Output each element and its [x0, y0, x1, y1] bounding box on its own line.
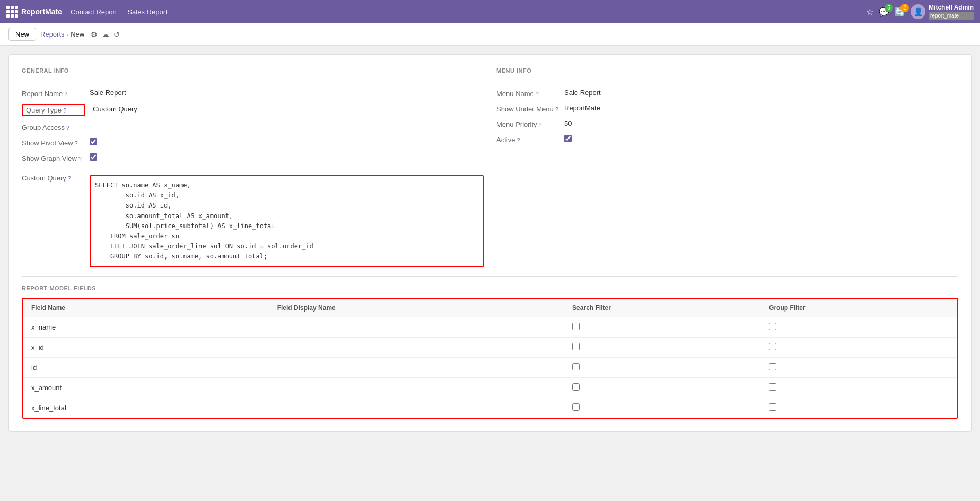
- col-header-display-name: Field Display Name: [269, 299, 564, 317]
- row-0-search-filter-checkbox[interactable]: [572, 323, 580, 330]
- active-label: Active ?: [496, 135, 560, 144]
- menu-priority-help[interactable]: ?: [539, 122, 542, 128]
- custom-query-help[interactable]: ?: [68, 175, 71, 182]
- show-graph-label: Show Graph View ?: [22, 153, 85, 162]
- show-graph-help[interactable]: ?: [78, 156, 82, 162]
- report-name-help[interactable]: ?: [64, 91, 67, 97]
- user-login: report_mate: [929, 12, 974, 20]
- updates-icon-btn[interactable]: 🔄 2: [895, 7, 905, 17]
- show-under-menu-help[interactable]: ?: [555, 106, 558, 113]
- row-0-search-filter: [564, 317, 760, 337]
- menu-name-value[interactable]: Sale Report: [564, 89, 601, 97]
- user-info[interactable]: 👤 Mitchell Admin report_mate: [911, 4, 974, 20]
- query-type-row: Query Type ? Custom Query: [22, 104, 484, 116]
- show-pivot-checkbox-wrapper: [90, 138, 97, 145]
- show-under-menu-value[interactable]: ReportMate: [564, 104, 600, 112]
- report-model-fields-table-container: Field Name Field Display Name Search Fil…: [22, 298, 958, 419]
- row-2-search-filter-checkbox[interactable]: [572, 363, 580, 370]
- query-type-value[interactable]: Custom Query: [90, 104, 141, 114]
- report-name-label: Report Name ?: [22, 89, 85, 98]
- show-pivot-label: Show Pivot View ?: [22, 138, 85, 147]
- user-name: Mitchell Admin: [929, 4, 974, 12]
- table-row: x_amount: [23, 377, 957, 398]
- table-row: x_name: [23, 317, 957, 337]
- row-2-field-name: id: [23, 357, 269, 377]
- breadcrumb-reports-link[interactable]: Reports: [40, 30, 65, 38]
- show-pivot-row: Show Pivot View ?: [22, 138, 484, 147]
- query-type-label: Query Type ?: [22, 104, 85, 116]
- row-0-group-filter: [760, 317, 957, 337]
- row-3-search-filter-checkbox[interactable]: [572, 383, 580, 391]
- table-row: x_id: [23, 337, 957, 357]
- row-4-group-filter-checkbox[interactable]: [769, 403, 776, 411]
- report-name-value[interactable]: Sale Report: [90, 89, 126, 97]
- row-0-group-filter-checkbox[interactable]: [769, 323, 776, 330]
- active-checkbox[interactable]: [564, 135, 572, 142]
- user-avatar: 👤: [911, 4, 925, 19]
- navbar-left: ReportMate Contact Report Sales Report: [6, 6, 866, 18]
- show-under-menu-label: Show Under Menu ?: [496, 104, 560, 113]
- report-model-fields-section: REPORT MODEL FIELDS Field Name Field Dis…: [22, 285, 958, 419]
- row-1-field-name: x_id: [23, 337, 269, 357]
- notifications-icon-btn[interactable]: 💬 5: [879, 7, 889, 17]
- show-pivot-help[interactable]: ?: [75, 140, 78, 146]
- refresh-icon[interactable]: ↺: [113, 30, 120, 39]
- breadcrumb-separator: ›: [67, 31, 69, 38]
- row-1-search-filter-checkbox[interactable]: [572, 343, 580, 350]
- cloud-icon[interactable]: ☁: [102, 30, 109, 39]
- nav-contact-report[interactable]: Contact Report: [71, 8, 117, 16]
- breadcrumb-current: New: [71, 30, 84, 38]
- menu-name-help[interactable]: ?: [536, 91, 539, 97]
- row-3-group-filter-checkbox[interactable]: [769, 383, 776, 391]
- col-header-search-filter: Search Filter: [564, 299, 760, 317]
- row-2-group-filter-checkbox[interactable]: [769, 363, 776, 370]
- custom-query-label: Custom Query ?: [22, 173, 85, 182]
- menu-priority-value[interactable]: 50: [564, 119, 572, 127]
- navbar: ReportMate Contact Report Sales Report ☆…: [0, 0, 980, 23]
- navbar-logo[interactable]: ReportMate: [6, 6, 62, 18]
- grid-icon: [6, 6, 18, 18]
- show-under-menu-row: Show Under Menu ? ReportMate: [496, 104, 958, 113]
- form-divider: [22, 276, 958, 277]
- breadcrumb: Reports › New: [40, 30, 84, 38]
- group-access-help[interactable]: ?: [66, 125, 69, 131]
- action-bar: New Reports › New ⚙ ☁ ↺: [0, 23, 980, 46]
- table-row: id: [23, 357, 957, 377]
- general-info-col: GENERAL INFO Report Name ? Sale Report Q…: [22, 67, 484, 267]
- row-1-display-name[interactable]: [269, 337, 564, 357]
- menu-name-label: Menu Name ?: [496, 89, 560, 98]
- row-3-field-name: x_amount: [23, 377, 269, 398]
- row-1-group-filter-checkbox[interactable]: [769, 343, 776, 350]
- user-text-block: Mitchell Admin report_mate: [929, 4, 974, 20]
- custom-query-text[interactable]: SELECT so.name AS x_name, so.id AS x_id,…: [91, 176, 483, 266]
- row-1-group-filter: [760, 337, 957, 357]
- settings-icon[interactable]: ⚙: [91, 30, 98, 39]
- table-header-row: Field Name Field Display Name Search Fil…: [23, 299, 957, 317]
- star-icon-btn[interactable]: ☆: [866, 7, 873, 17]
- general-info-title: GENERAL INFO: [22, 67, 484, 74]
- row-3-search-filter: [564, 377, 760, 398]
- active-help[interactable]: ?: [517, 137, 520, 143]
- menu-name-row: Menu Name ? Sale Report: [496, 89, 958, 98]
- row-4-search-filter-checkbox[interactable]: [572, 403, 580, 411]
- row-4-display-name[interactable]: [269, 398, 564, 418]
- row-4-group-filter: [760, 398, 957, 418]
- row-2-display-name[interactable]: [269, 357, 564, 377]
- show-pivot-checkbox[interactable]: [90, 138, 97, 145]
- new-button[interactable]: New: [8, 28, 36, 41]
- row-4-search-filter: [564, 398, 760, 418]
- report-model-fields-title: REPORT MODEL FIELDS: [22, 285, 958, 291]
- active-row: Active ?: [496, 135, 958, 144]
- query-type-help[interactable]: ?: [63, 107, 66, 114]
- show-graph-checkbox[interactable]: [90, 153, 97, 161]
- updates-badge: 2: [900, 4, 909, 12]
- report-name-row: Report Name ? Sale Report: [22, 89, 484, 98]
- show-graph-row: Show Graph View ?: [22, 153, 484, 162]
- row-0-display-name[interactable]: [269, 317, 564, 337]
- custom-query-container: SELECT so.name AS x_name, so.id AS x_id,…: [90, 175, 484, 267]
- navbar-right: ☆ 💬 5 🔄 2 👤 Mitchell Admin report_mate: [866, 4, 974, 20]
- row-3-display-name[interactable]: [269, 377, 564, 398]
- row-3-group-filter: [760, 377, 957, 398]
- nav-sales-report[interactable]: Sales Report: [127, 8, 167, 16]
- col-header-group-filter: Group Filter: [760, 299, 957, 317]
